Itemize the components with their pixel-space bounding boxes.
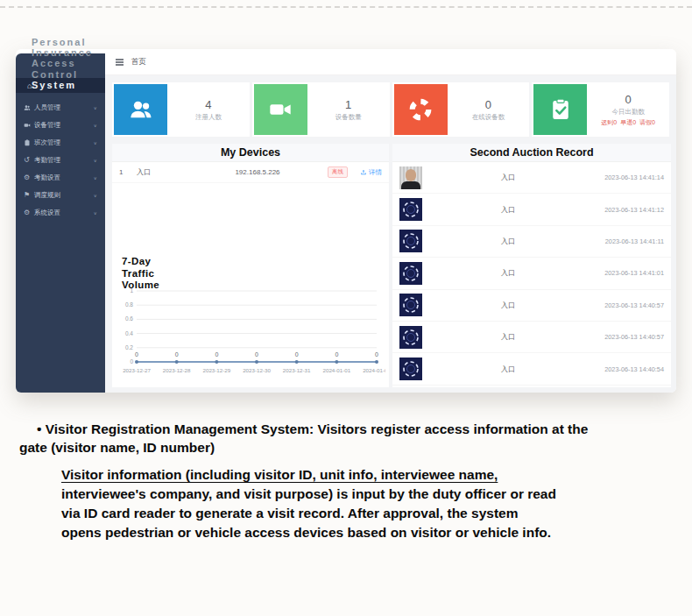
stat-card-body: 0在线设备数 — [448, 98, 530, 122]
chevron-down-icon: ∨ — [94, 210, 97, 216]
dashed-cut-line — [0, 6, 692, 8]
stat-card: 4注册人数 — [112, 82, 250, 137]
sidebar-item[interactable]: 班次管理∨ — [16, 134, 105, 152]
overlay-title-line: Insurance — [32, 47, 93, 58]
topbar: 首页 — [105, 49, 676, 75]
x-tick-label: 2024-01-02 — [363, 367, 385, 373]
x-tick-label: 2023-12-27 — [123, 367, 151, 373]
record-timestamp: 2023-06-13 14:40:57 — [569, 301, 664, 309]
sidebar-item[interactable]: ⚑调度规则∨ — [16, 187, 105, 204]
sidebar-item[interactable]: 人员管理∨ — [16, 99, 105, 117]
menu-toggle-icon[interactable] — [116, 61, 124, 63]
data-point-label: 0 — [295, 351, 299, 358]
sidebar-item-label: 班次管理 — [34, 138, 94, 147]
video-camera-icon — [24, 122, 34, 129]
y-tick-label: 0.2 — [125, 344, 133, 350]
y-tick-label: 0.4 — [125, 330, 133, 336]
scan-frame-icon — [401, 264, 420, 283]
main-content: 4注册人数1设备数量0在线设备数0今日出勤数迟到0早退0请假0 My Devic… — [105, 75, 676, 393]
sidebar-item-label: 系统设置 — [34, 209, 94, 217]
overlay-title-line: Personal — [32, 37, 93, 47]
x-tick-label: 2023-12-29 — [203, 367, 231, 373]
stat-sub-item: 早退0 — [620, 118, 636, 127]
stat-card: 1设备数量 — [252, 82, 390, 137]
stat-sub-stats: 迟到0早退0请假0 — [601, 118, 655, 127]
sidebar-item[interactable]: ↺考勤管理∨ — [16, 152, 105, 169]
shoulders — [401, 181, 420, 189]
chevron-down-icon: ∨ — [94, 105, 97, 110]
face-scan-placeholder-thumbnail — [399, 262, 422, 285]
face-scan-placeholder-thumbnail — [399, 230, 422, 252]
device-name: 入口 — [137, 167, 187, 177]
record-timestamp: 2023-06-13 14:41:14 — [569, 173, 664, 181]
record-timestamp: 2023-06-13 14:41:01 — [569, 269, 664, 277]
stat-label: 在线设备数 — [472, 113, 505, 122]
x-tick-label: 2023-12-31 — [283, 367, 311, 373]
record-row: 入口2023-06-13 14:40:54 — [392, 353, 671, 385]
device-row: 1入口192.168.5.226离线详情 — [112, 162, 389, 183]
face-scan-placeholder-thumbnail — [399, 294, 422, 316]
data-point-label: 0 — [255, 351, 258, 358]
data-point — [135, 360, 138, 364]
scan-frame-icon — [401, 231, 420, 251]
y-tick-label: 0.6 — [125, 315, 133, 322]
sidebar-item-label: 调度规则 — [34, 191, 94, 200]
stat-value: 1 — [345, 98, 351, 111]
scan-frame-icon — [401, 200, 420, 219]
translated-system-title: PersonalInsuranceAccessControlSystem — [32, 37, 93, 90]
x-tick-label: 2023-12-30 — [243, 367, 271, 373]
device-ip: 192.168.5.226 — [191, 168, 324, 176]
sidebar-menu: 人员管理∨设备管理∨班次管理∨↺考勤管理∨⚙考勤设置∨⚑调度规则∨⚙系统设置∨ — [16, 99, 105, 222]
record-gate-label: 入口 — [427, 205, 564, 215]
note-line: interviewee's company, and visit purpose… — [61, 485, 666, 504]
sidebar-item[interactable]: 设备管理∨ — [16, 117, 105, 134]
devices-panel: My Devices 1入口192.168.5.226离线详情 7-DayTra… — [112, 144, 389, 387]
users-icon — [114, 84, 167, 135]
video-camera-icon — [254, 84, 307, 135]
stat-card-row: 4注册人数1设备数量0在线设备数0今日出勤数迟到0早退0请假0 — [112, 82, 669, 137]
record-row: 入口2023-06-13 14:41:14 — [392, 162, 671, 194]
stat-card-body: 4注册人数 — [167, 98, 250, 122]
device-status-badge: 离线 — [328, 166, 348, 178]
chevron-down-icon: ∨ — [94, 140, 97, 145]
chevron-down-icon: ∨ — [94, 123, 97, 128]
lifebuoy-icon — [394, 84, 448, 135]
note-line: via ID card reader to generate a visit r… — [61, 504, 666, 523]
record-gate-label: 入口 — [427, 365, 564, 374]
stat-card-body: 0今日出勤数迟到0早退0请假0 — [587, 93, 669, 127]
record-timestamp: 2023-06-13 14:40:54 — [569, 365, 664, 373]
sidebar-item-label: 设备管理 — [34, 121, 94, 130]
gear-icon: ⚙ — [24, 174, 34, 181]
record-gate-label: 入口 — [427, 173, 564, 182]
data-point — [175, 360, 179, 364]
data-point — [215, 360, 218, 364]
note-paragraph-2: Visitor information (including visitor I… — [61, 465, 666, 542]
record-row: 入口2023-06-13 14:41:11 — [392, 226, 671, 258]
breadcrumb[interactable]: 首页 — [131, 57, 146, 67]
x-tick-label: 2023-12-28 — [163, 367, 191, 373]
clipboard-check-icon — [533, 84, 587, 135]
chevron-down-icon: ∨ — [94, 175, 97, 181]
record-row: 入口2023-06-13 14:41:12 — [392, 194, 671, 225]
records-panel-title: Second Auction Record — [392, 144, 671, 162]
stat-sub-item: 迟到0 — [601, 118, 617, 127]
sidebar-item[interactable]: ⚙考勤设置∨ — [16, 169, 105, 187]
y-tick-label: 0 — [130, 358, 133, 365]
record-row: 入口2023-06-13 14:40:57 — [392, 322, 671, 353]
stat-card: 0在线设备数 — [392, 82, 530, 137]
history-icon: ↺ — [24, 157, 34, 164]
data-point — [295, 360, 299, 364]
sidebar-item[interactable]: ⚙系统设置∨ — [16, 204, 105, 222]
data-point — [375, 360, 378, 364]
x-tick-label: 2024-01-01 — [323, 367, 351, 373]
sidebar: ⌂ 人员管理∨设备管理∨班次管理∨↺考勤管理∨⚙考勤设置∨⚑调度规则∨⚙系统设置… — [16, 53, 105, 393]
users-icon — [24, 104, 34, 111]
record-gate-label: 入口 — [427, 301, 564, 310]
data-point-label: 0 — [135, 351, 138, 358]
data-point-label: 0 — [375, 351, 378, 358]
records-panel: Second Auction Record 入口2023-06-13 14:41… — [392, 144, 671, 387]
stat-card: 0今日出勤数迟到0早退0请假0 — [532, 82, 669, 137]
y-tick-label: 1 — [130, 287, 133, 294]
data-point — [335, 360, 338, 364]
device-action-link[interactable]: 详情 — [360, 168, 382, 177]
